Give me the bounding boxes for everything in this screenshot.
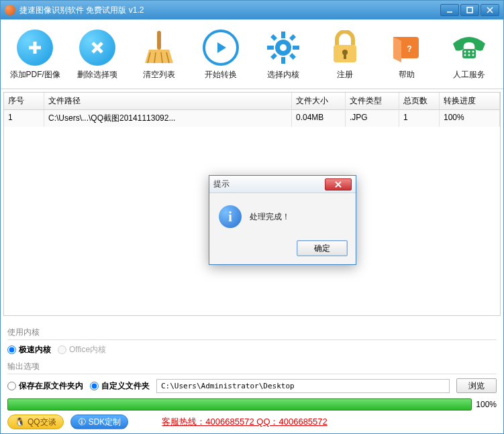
register-label: 注册 [337, 69, 353, 80]
separator [7, 339, 497, 340]
start-label: 开始转换 [205, 69, 237, 80]
browse-button[interactable]: 浏览 [456, 378, 497, 393]
office-engine-input[interactable] [58, 345, 66, 354]
qq-chat-button[interactable]: 🐧 QQ交谈 [7, 415, 64, 429]
maximize-button[interactable] [460, 4, 479, 16]
svg-rect-21 [289, 34, 296, 41]
svg-rect-22 [270, 53, 277, 60]
engine-group-label: 使用内核 [7, 327, 497, 338]
cell-progress: 100% [440, 110, 500, 127]
output-group-label: 输出选项 [7, 361, 497, 372]
svg-rect-20 [289, 53, 296, 60]
delete-label: 删除选择项 [77, 69, 117, 80]
app-icon [5, 5, 15, 15]
col-progress[interactable]: 转换进度 [440, 93, 500, 109]
svg-point-31 [472, 51, 474, 53]
cell-index: 1 [4, 110, 44, 127]
titlebar: 捷速图像识别软件 免费试用版 v1.2 [1, 1, 503, 19]
progress-bar [7, 398, 472, 411]
qq-chat-label: QQ交谈 [28, 417, 56, 428]
svg-rect-8 [157, 31, 161, 50]
add-file-label: 添加PDF/图像 [10, 69, 60, 80]
svg-rect-19 [270, 34, 277, 41]
engine-label: 选择内核 [267, 69, 299, 80]
dialog-close-button[interactable] [325, 178, 352, 191]
x-icon [79, 29, 116, 66]
col-type[interactable]: 文件类型 [346, 93, 399, 109]
footer-row: 🐧 QQ交谈 🛈 SDK定制 客服热线：4006685572 QQ：400668… [7, 415, 497, 429]
window-title: 捷速图像识别软件 免费试用版 v1.2 [19, 5, 439, 16]
app-window: 捷速图像识别软件 免费试用版 v1.2 添加PDF/图像 删除选择项 清空列表 [0, 0, 504, 434]
separator [7, 374, 497, 374]
play-icon [202, 29, 240, 66]
info-dialog: 提示 i 处理完成！ 确定 [209, 175, 356, 265]
help-button[interactable]: ? 帮助 [378, 26, 436, 83]
same-folder-label: 保存在原文件夹内 [19, 380, 83, 392]
dialog-message: 处理完成！ [250, 211, 290, 223]
engine-row: 极速内核 Office内核 [7, 344, 497, 356]
hotline-link[interactable]: 客服热线：4006685572 QQ：4006685572 [162, 416, 327, 428]
cell-pages: 1 [399, 110, 440, 127]
sdk-button[interactable]: 🛈 SDK定制 [70, 415, 129, 429]
col-index[interactable]: 序号 [4, 93, 44, 109]
service-button[interactable]: 人工服务 [440, 26, 498, 83]
col-pages[interactable]: 总页数 [399, 93, 440, 109]
register-button[interactable]: 注册 [316, 26, 374, 83]
same-folder-radio[interactable]: 保存在原文件夹内 [7, 380, 83, 392]
ok-button[interactable]: 确定 [297, 240, 348, 256]
minimize-button[interactable] [440, 4, 459, 16]
add-file-button[interactable]: 添加PDF/图像 [6, 26, 64, 83]
dialog-title: 提示 [213, 178, 325, 190]
dialog-body: i 处理完成！ [209, 193, 356, 235]
custom-folder-radio[interactable]: 自定义文件夹 [90, 380, 150, 392]
svg-marker-13 [217, 42, 226, 53]
office-engine-label: Office内核 [69, 344, 106, 356]
toolbar: 添加PDF/图像 删除选择项 清空列表 开始转换 选择内核 [1, 19, 503, 89]
close-button[interactable] [481, 4, 499, 16]
gear-icon [264, 29, 302, 66]
col-path[interactable]: 文件路径 [44, 93, 292, 109]
svg-rect-16 [281, 57, 285, 64]
engine-button[interactable]: 选择内核 [254, 26, 312, 83]
svg-rect-18 [293, 46, 299, 50]
svg-text:?: ? [407, 44, 412, 54]
svg-point-30 [468, 51, 470, 53]
table-header: 序号 文件路径 文件大小 文件类型 总页数 转换进度 [4, 93, 500, 110]
output-path-field[interactable]: C:\Users\Administrator\Desktop [156, 379, 450, 393]
progress-percent: 100% [476, 400, 497, 409]
svg-rect-15 [281, 32, 285, 38]
help-icon: ? [388, 29, 425, 66]
lock-icon [326, 29, 364, 66]
service-label: 人工服务 [453, 69, 485, 80]
same-folder-input[interactable] [7, 382, 16, 390]
col-size[interactable]: 文件大小 [292, 93, 346, 109]
svg-point-32 [464, 54, 466, 56]
progress-row: 100% [7, 398, 497, 411]
office-engine-radio[interactable]: Office内核 [58, 344, 106, 356]
clear-button[interactable]: 清空列表 [130, 26, 188, 83]
sdk-label: SDK定制 [89, 417, 121, 428]
fast-engine-input[interactable] [7, 345, 16, 354]
svg-rect-1 [467, 7, 472, 13]
cell-type: .JPG [346, 110, 399, 127]
plus-icon [16, 29, 54, 66]
cell-path: C:\Users\...\QQ截图20141113092... [44, 110, 292, 127]
cell-size: 0.04MB [292, 110, 346, 127]
table-row[interactable]: 1 C:\Users\...\QQ截图20141113092... 0.04MB… [4, 110, 500, 127]
phone-icon [450, 29, 488, 66]
delete-button[interactable]: 删除选择项 [68, 26, 125, 83]
info-icon: i [219, 205, 242, 228]
bottom-panel: 使用内核 极速内核 Office内核 输出选项 保存在原文件夹内 自定义文件夹 [1, 319, 503, 433]
qq-icon: 🐧 [15, 417, 25, 427]
svg-rect-26 [344, 54, 346, 59]
svg-rect-17 [267, 46, 274, 50]
fast-engine-radio[interactable]: 极速内核 [7, 344, 51, 356]
custom-folder-label: 自定义文件夹 [101, 380, 150, 392]
broom-icon [140, 29, 178, 66]
dialog-titlebar: 提示 [209, 176, 356, 193]
clear-label: 清空列表 [143, 69, 175, 80]
dialog-actions: 确定 [209, 235, 356, 264]
start-button[interactable]: 开始转换 [192, 26, 250, 83]
custom-folder-input[interactable] [90, 382, 99, 390]
svg-point-23 [280, 44, 287, 51]
